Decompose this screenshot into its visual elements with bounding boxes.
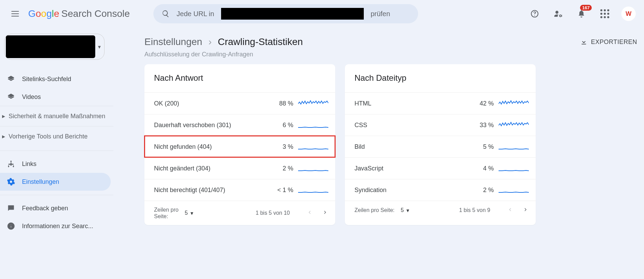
feedback-icon: [7, 204, 15, 212]
caret-down-icon: ▾: [406, 207, 409, 214]
pager-range: 1 bis 5 von 10: [255, 210, 290, 216]
sitemap-icon: [7, 160, 15, 168]
sparkline: [499, 99, 529, 108]
table-row[interactable]: Nicht geändert (304)2 %: [144, 157, 335, 179]
caret-down-icon: ▾: [190, 210, 193, 216]
brand: Google Search Console: [28, 8, 130, 19]
table-row[interactable]: JavaScript4 %: [345, 157, 536, 179]
table-row[interactable]: Nicht berechtigt (401/407)< 1 %: [144, 179, 335, 201]
search-icon: [162, 10, 170, 18]
rows-per-page-select[interactable]: 5▾: [401, 207, 410, 214]
card-filetype: Nach Dateityp HTML42 %CSS33 %Bild5 %Java…: [345, 64, 536, 225]
rows-per-page-select[interactable]: 5▾: [185, 210, 193, 216]
avatar-initials: W: [626, 10, 632, 18]
row-label: Nicht gefunden (404): [154, 143, 264, 150]
caret-down-icon: ▾: [98, 44, 101, 50]
pager-prev-button: [507, 207, 513, 214]
sidebar-item-label: Sitelinks-Suchfeld: [22, 76, 71, 83]
row-label: Syndication: [354, 187, 465, 194]
users-settings-button[interactable]: [551, 7, 565, 21]
table-row[interactable]: Dauerhaft verschoben (301)6 %: [144, 114, 335, 136]
table-row[interactable]: CSS33 %: [345, 114, 536, 136]
row-percent: 42 %: [470, 100, 494, 107]
user-gear-icon: [554, 9, 563, 18]
row-percent: 2 %: [269, 165, 293, 172]
download-icon: [580, 38, 588, 46]
table-row[interactable]: HTML42 %: [345, 92, 536, 114]
main-menu-button[interactable]: [8, 7, 22, 21]
header-actions: 167 W: [528, 7, 636, 21]
account-avatar[interactable]: W: [621, 7, 636, 21]
sidebar-group-legacy-tools[interactable]: ▸ Vorherige Tools und Berichte: [0, 126, 113, 146]
chevron-right-icon: ›: [208, 36, 211, 47]
url-inspect-search[interactable]: Jede URL in prüfen: [153, 4, 418, 23]
apps-grid-icon: [600, 9, 609, 18]
sparkline: [298, 121, 328, 130]
sidebar-group-label: Sicherheit & manuelle Maßnahmen: [9, 113, 105, 120]
pager-range: 1 bis 5 von 9: [459, 207, 490, 213]
card-title: Nach Antwort: [144, 64, 335, 92]
table-row[interactable]: Bild5 %: [345, 136, 536, 157]
breadcrumb: Einstellungen › Crawling-Statistiken: [144, 36, 303, 47]
sparkline: [499, 186, 529, 194]
row-percent: < 1 %: [269, 187, 293, 194]
export-button[interactable]: EXPORTIEREN: [580, 38, 637, 46]
sidebar-item-videos[interactable]: Videos: [0, 88, 113, 106]
row-label: CSS: [354, 122, 465, 129]
rows-per-page-label: Zeilen pro Seite:: [354, 207, 395, 213]
help-button[interactable]: [528, 7, 542, 21]
row-label: OK (200): [154, 100, 264, 107]
search-prefix: Jede URL in: [177, 10, 214, 18]
section-subhead: Aufschlüsselung der Crawling-Anfragen: [144, 51, 637, 58]
breadcrumb-current: Crawling-Statistiken: [218, 36, 303, 47]
notifications-badge: 167: [580, 5, 592, 11]
sidebar-item-sitelinks[interactable]: Sitelinks-Suchfeld: [0, 70, 113, 88]
sidebar-group-security[interactable]: ▸ Sicherheit & manuelle Maßnahmen: [0, 106, 113, 126]
pager-prev-button: [306, 209, 313, 217]
sparkline: [298, 164, 328, 173]
pager-next-button[interactable]: [322, 209, 328, 217]
export-label: EXPORTIEREN: [591, 38, 637, 46]
sidebar-item-label: Informationen zur Searc...: [22, 223, 93, 230]
table-row[interactable]: Nicht gefunden (404)3 %: [144, 136, 335, 157]
help-icon: [530, 9, 539, 18]
search-suffix: prüfen: [371, 10, 390, 18]
row-label: Bild: [354, 143, 465, 150]
row-label: Dauerhaft verschoben (301): [154, 122, 264, 129]
table-row[interactable]: Syndication2 %: [345, 179, 536, 201]
sidebar-item-label: Einstellungen: [22, 178, 59, 186]
pager-response: Zeilen pro Seite: 5▾ 1 bis 5 von 10: [144, 201, 335, 225]
sparkline: [499, 121, 529, 130]
sparkline: [298, 142, 328, 151]
row-percent: 6 %: [269, 122, 293, 129]
breadcrumb-parent[interactable]: Einstellungen: [144, 36, 202, 47]
hamburger-icon: [11, 11, 19, 16]
sidebar-item-label: Links: [22, 160, 36, 168]
row-percent: 5 %: [470, 143, 494, 150]
app-header: Google Search Console Jede URL in prüfen…: [0, 0, 644, 27]
sidebar-group-label: Vorherige Tools und Berichte: [9, 133, 88, 140]
row-label: Nicht geändert (304): [154, 165, 264, 172]
redacted-property-name: [6, 35, 95, 58]
property-selector[interactable]: ▾: [4, 34, 105, 60]
sidebar-item-links[interactable]: Links: [0, 155, 113, 173]
chevron-right-icon: ▸: [2, 133, 5, 140]
notifications-button[interactable]: 167: [575, 7, 588, 21]
row-label: HTML: [354, 100, 465, 107]
sparkline: [499, 142, 529, 151]
row-percent: 88 %: [269, 100, 293, 107]
sidebar-item-about[interactable]: Informationen zur Searc...: [0, 217, 113, 235]
sparkline: [298, 186, 328, 194]
card-response: Nach Antwort OK (200)88 %Dauerhaft versc…: [144, 64, 335, 225]
main-content: Einstellungen › Crawling-Statistiken EXP…: [113, 27, 644, 279]
sparkline: [298, 99, 328, 108]
row-percent: 3 %: [269, 143, 293, 150]
google-apps-button[interactable]: [598, 7, 612, 21]
pager-filetype: Zeilen pro Seite: 5▾ 1 bis 5 von 9: [345, 201, 536, 220]
row-percent: 2 %: [470, 187, 494, 194]
pager-next-button[interactable]: [523, 207, 529, 214]
sidebar-item-feedback[interactable]: Feedback geben: [0, 199, 113, 217]
table-row[interactable]: OK (200)88 %: [144, 92, 335, 114]
sidebar-item-settings[interactable]: Einstellungen: [0, 173, 111, 191]
layers-icon: [7, 75, 15, 83]
